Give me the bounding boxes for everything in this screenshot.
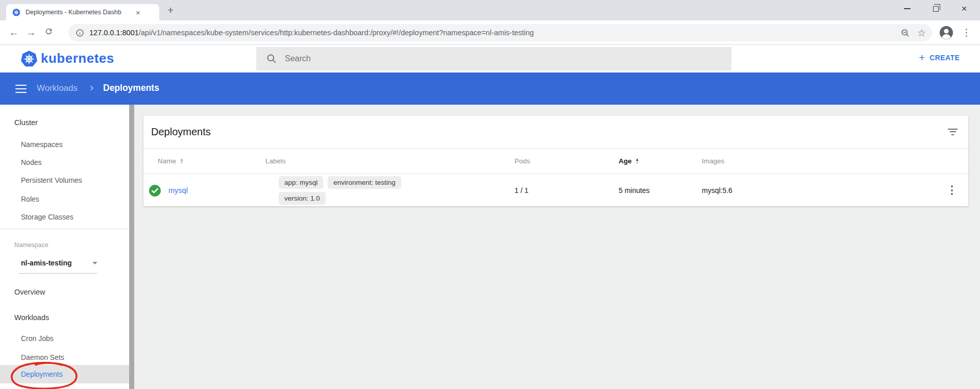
- url-text[interactable]: 127.0.0.1:8001/api/v1/namespaces/kube-sy…: [89, 29, 893, 37]
- search-icon: [266, 54, 277, 64]
- label-chip: app: mysql: [279, 176, 323, 189]
- column-header-name[interactable]: Name ▲▼: [158, 157, 184, 166]
- column-header-pods[interactable]: Pods: [514, 157, 530, 166]
- browser-address-bar: ← → 127.0.0.1:8001/api/v1/namespaces/kub…: [0, 20, 980, 45]
- main-content: Deployments Name ▲▼ Labels Pods Age ▲▼ I…: [134, 105, 980, 389]
- pods-value: 1 / 1: [514, 185, 528, 196]
- sidebar-divider: [0, 229, 129, 229]
- sidebar-section-cluster[interactable]: Cluster: [14, 117, 38, 128]
- sort-icon[interactable]: ▲▼: [180, 158, 184, 165]
- window-close-button[interactable]: ×: [952, 0, 976, 17]
- brand-wordmark[interactable]: kubernetes: [41, 51, 114, 66]
- images-value: mysql:5.6: [702, 185, 732, 196]
- plus-icon: +: [919, 52, 925, 63]
- url-path: /api/v1/namespaces/kube-system/services/…: [139, 29, 534, 37]
- sidebar-item-daemon-sets[interactable]: Daemon Sets: [21, 352, 64, 362]
- restore-icon: [933, 6, 939, 12]
- label-chip: version: 1.0: [279, 192, 326, 205]
- bookmark-star-icon[interactable]: ☆: [917, 27, 926, 39]
- kubernetes-favicon-icon: [12, 8, 20, 16]
- deployment-name-link[interactable]: mysql: [168, 185, 188, 196]
- card-divider: [143, 148, 968, 149]
- sort-icon[interactable]: ▲▼: [635, 158, 640, 165]
- minimize-icon: [904, 8, 911, 9]
- reload-icon[interactable]: [40, 27, 57, 38]
- window-minimize-button[interactable]: [895, 0, 919, 17]
- column-header-images[interactable]: Images: [702, 157, 724, 166]
- deployments-card: Deployments Name ▲▼ Labels Pods Age ▲▼ I…: [143, 116, 968, 206]
- tab-close-icon[interactable]: ×: [136, 9, 140, 16]
- label-chip: environment: testing: [328, 176, 401, 189]
- profile-avatar[interactable]: [939, 26, 953, 42]
- zoom-out-indicator-icon[interactable]: [900, 28, 910, 38]
- browser-window: Deployments - Kubernetes Dashb × + × ← →…: [0, 0, 980, 389]
- url-bar[interactable]: 127.0.0.1:8001/api/v1/namespaces/kube-sy…: [68, 24, 932, 41]
- namespace-label: Namespace: [14, 241, 48, 249]
- search-placeholder: Search: [285, 54, 311, 63]
- back-icon[interactable]: ←: [5, 27, 22, 38]
- forward-icon[interactable]: →: [22, 27, 40, 38]
- namespace-select-underline: [18, 273, 97, 274]
- sidebar-item-deployments[interactable]: Deployments: [21, 369, 63, 379]
- namespace-select[interactable]: nl-amis-testing: [21, 258, 97, 268]
- create-button[interactable]: + CREATE: [919, 52, 960, 63]
- sidebar-item-roles[interactable]: Roles: [21, 194, 39, 204]
- sidebar-item-namespaces[interactable]: Namespaces: [21, 139, 63, 150]
- sidebar-item-persistent-volumes[interactable]: Persistent Volumes: [21, 175, 82, 185]
- url-host: 127.0.0.1:8001: [89, 29, 139, 37]
- namespace-value: nl-amis-testing: [21, 259, 72, 267]
- kubernetes-logo-icon: [20, 50, 38, 69]
- toolbar: Workloads › Deployments: [0, 72, 980, 105]
- browser-menu-kebab-icon[interactable]: ⋮: [962, 25, 971, 40]
- new-tab-button[interactable]: +: [167, 4, 174, 17]
- sidebar-section-workloads[interactable]: Workloads: [14, 312, 49, 323]
- status-ok-icon: [149, 184, 161, 199]
- filter-icon[interactable]: [948, 129, 958, 137]
- sidebar-item-overview[interactable]: Overview: [14, 287, 45, 297]
- label-chips-row1: app: mysql environment: testing: [279, 176, 401, 189]
- label-chips-row2: version: 1.0: [279, 192, 326, 205]
- app-search-input[interactable]: Search: [256, 47, 731, 70]
- page-info-icon[interactable]: [76, 29, 84, 37]
- browser-nav-buttons: ← →: [5, 27, 57, 38]
- tab-title: Deployments - Kubernetes Dashb: [26, 9, 134, 16]
- row-actions-kebab-icon[interactable]: [951, 185, 953, 195]
- hamburger-menu-icon[interactable]: [15, 85, 27, 93]
- sidebar-item-nodes[interactable]: Nodes: [21, 157, 41, 167]
- breadcrumb-parent[interactable]: Workloads: [37, 83, 78, 93]
- app-header: kubernetes Search + CREATE: [0, 45, 980, 72]
- age-value: 5 minutes: [619, 185, 650, 196]
- column-header-labels[interactable]: Labels: [265, 157, 286, 166]
- header-divider: [143, 174, 968, 174]
- browser-tab[interactable]: Deployments - Kubernetes Dashb ×: [6, 4, 159, 20]
- sidebar-item-storage-classes[interactable]: Storage Classes: [21, 212, 74, 222]
- column-header-age[interactable]: Age ▲▼: [619, 157, 639, 166]
- sidebar-scrollbar[interactable]: [129, 105, 134, 389]
- sidebar-item-cron-jobs[interactable]: Cron Jobs: [21, 333, 54, 344]
- chevron-down-icon: [92, 262, 97, 264]
- sidebar-active-highlight: [0, 365, 129, 383]
- card-title: Deployments: [151, 126, 211, 138]
- breadcrumb-chevron-icon: ›: [90, 81, 93, 94]
- breadcrumb-current: Deployments: [103, 83, 159, 93]
- window-restore-button[interactable]: [924, 0, 947, 17]
- sidebar-nav: Cluster Namespaces Nodes Persistent Volu…: [0, 105, 129, 389]
- browser-tab-bar: Deployments - Kubernetes Dashb × + ×: [0, 0, 980, 20]
- create-label: CREATE: [929, 54, 960, 62]
